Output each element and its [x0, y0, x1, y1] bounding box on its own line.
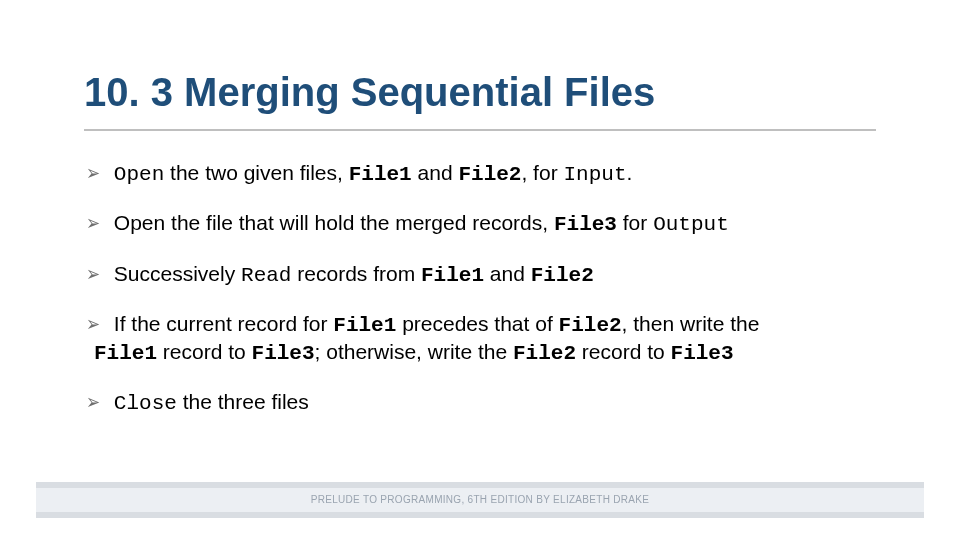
text: Successively [114, 262, 241, 285]
text: the three files [177, 390, 309, 413]
text: for [617, 211, 653, 234]
code-open: Open [114, 163, 164, 186]
code-file2: File2 [458, 163, 521, 186]
text: . [626, 161, 632, 184]
bullet-5: ➢ Close the three files [84, 389, 884, 417]
slide-title: 10. 3 Merging Sequential Files [84, 70, 876, 131]
text: and [484, 262, 531, 285]
slide: 10. 3 Merging Sequential Files ➢ Open th… [0, 0, 960, 540]
chevron-icon: ➢ [86, 210, 100, 236]
text: Open the file that will hold the merged … [114, 211, 554, 234]
footer-text: PRELUDE TO PROGRAMMING, 6TH EDITION BY E… [36, 488, 924, 512]
text: ; otherwise, write the [315, 340, 513, 363]
wrap-line: File1 record to File3; otherwise, write … [84, 339, 884, 367]
chevron-icon: ➢ [86, 311, 100, 337]
code-input: Input [563, 163, 626, 186]
text: If the current record for [114, 312, 333, 335]
bullet-2: ➢ Open the file that will hold the merge… [84, 210, 884, 238]
text: , then write the [622, 312, 760, 335]
code-file1: File1 [349, 163, 412, 186]
code-file2: File2 [513, 342, 576, 365]
body-content: ➢ Open the two given files, File1 and Fi… [84, 160, 884, 440]
chevron-icon: ➢ [86, 160, 100, 186]
bullet-4: ➢ If the current record for File1 preced… [84, 311, 884, 368]
text: records from [291, 262, 421, 285]
code-file3: File3 [252, 342, 315, 365]
code-file3: File3 [554, 213, 617, 236]
text: precedes that of [396, 312, 558, 335]
code-read: Read [241, 264, 291, 287]
chevron-icon: ➢ [86, 389, 100, 415]
code-file2: File2 [531, 264, 594, 287]
bullet-3: ➢ Successively Read records from File1 a… [84, 261, 884, 289]
text: , for [521, 161, 563, 184]
code-file3: File3 [671, 342, 734, 365]
code-file2: File2 [559, 314, 622, 337]
code-file1: File1 [421, 264, 484, 287]
text: the two given files, [164, 161, 348, 184]
text: record to [157, 340, 252, 363]
code-file1: File1 [94, 342, 157, 365]
text: record to [576, 340, 671, 363]
footer-decor-bottom [36, 512, 924, 518]
chevron-icon: ➢ [86, 261, 100, 287]
bullet-1: ➢ Open the two given files, File1 and Fi… [84, 160, 884, 188]
code-close: Close [114, 392, 177, 415]
text: and [412, 161, 459, 184]
code-file1: File1 [333, 314, 396, 337]
code-output: Output [653, 213, 729, 236]
